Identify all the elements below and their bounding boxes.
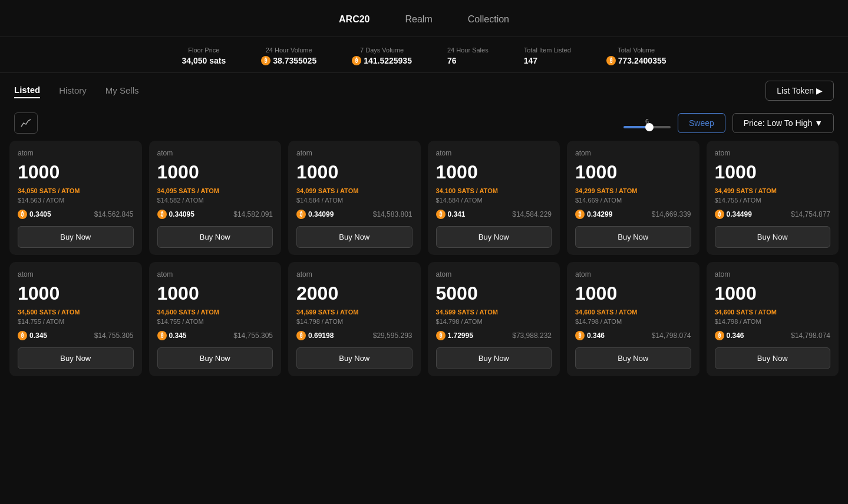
sort-button[interactable]: Price: Low To High ▼ — [732, 113, 834, 133]
buy-now-button[interactable]: Buy Now — [157, 226, 273, 248]
btc-price-value: 0.34095 — [169, 210, 194, 218]
btc-price-value: 1.72995 — [448, 331, 473, 340]
nav-arc20[interactable]: ARC20 — [339, 12, 369, 27]
card-usd-per-atom: $14.584 / ATOM — [296, 197, 413, 204]
card-usd-per-atom: $14.582 / ATOM — [157, 197, 273, 204]
card-usd-per-atom: $14.755 / ATOM — [18, 318, 134, 325]
card-token-name: atom — [296, 149, 413, 157]
card-usd-per-atom: $14.798 / ATOM — [715, 318, 831, 325]
card-usd-per-atom: $14.669 / ATOM — [575, 197, 691, 204]
btc-icon-total: ₿ — [606, 56, 616, 65]
card-usd-per-atom: $14.798 / ATOM — [436, 318, 552, 325]
cards-grid: atom 1000 34,050 SATS / ATOM $14.563 / A… — [0, 141, 848, 386]
btc-price-value: 0.34099 — [308, 210, 334, 218]
nft-card: atom 1000 34,499 SATS / ATOM $14.755 / A… — [707, 141, 839, 255]
card-token-name: atom — [436, 270, 552, 278]
buy-now-button[interactable]: Buy Now — [18, 347, 134, 369]
card-amount: 1000 — [575, 162, 691, 183]
top-navigation: ARC20 Realm Collection — [0, 0, 848, 37]
tab-listed[interactable]: Listed — [14, 82, 40, 98]
buy-now-button[interactable]: Buy Now — [575, 347, 691, 369]
btc-price-value: 0.3405 — [29, 210, 51, 218]
buy-now-button[interactable]: Buy Now — [296, 347, 413, 369]
card-token-name: atom — [436, 149, 552, 157]
chart-toggle-button[interactable] — [14, 112, 38, 134]
card-sats-per-atom: 34,600 SATS / ATOM — [575, 309, 691, 316]
card-usd-per-atom: $14.798 / ATOM — [296, 318, 413, 325]
stat-floor-price: Floor Price 34,050 sats — [182, 47, 226, 65]
total-listed-value: 147 — [524, 56, 571, 65]
card-sats-per-atom: 34,499 SATS / ATOM — [715, 187, 831, 194]
nav-collection[interactable]: Collection — [468, 12, 509, 27]
nft-card: atom 1000 34,600 SATS / ATOM $14.798 / A… — [567, 262, 699, 376]
btc-icon: ₿ — [261, 56, 270, 65]
nft-card: atom 1000 34,095 SATS / ATOM $14.582 / A… — [149, 141, 282, 255]
list-token-button[interactable]: List Token ▶ — [765, 81, 834, 101]
card-price-row: ₿ 0.34095 $14,582.091 — [157, 210, 273, 219]
card-btc-price: ₿ 0.34299 — [575, 210, 612, 219]
card-token-name: atom — [715, 270, 831, 278]
card-price-row: ₿ 1.72995 $73,988.232 — [436, 331, 552, 340]
btc-icon-card: ₿ — [575, 210, 585, 219]
card-sats-per-atom: 34,599 SATS / ATOM — [296, 309, 413, 316]
quantity-slider[interactable] — [623, 126, 671, 128]
card-usd-total: $14,562.845 — [94, 210, 134, 218]
controls-row: 6 Sweep Price: Low To High ▼ — [0, 108, 848, 141]
nft-card: atom 1000 34,500 SATS / ATOM $14.755 / A… — [149, 262, 282, 376]
btc-price-value: 0.69198 — [308, 331, 334, 340]
card-usd-total: $14,755.305 — [233, 331, 273, 340]
24h-sales-label: 24 Hour Sales — [447, 47, 489, 54]
card-usd-total: $14,798.074 — [791, 331, 830, 340]
total-listed-label: Total Item Listed — [524, 47, 571, 54]
btc-price-value: 0.341 — [448, 210, 466, 218]
buy-now-button[interactable]: Buy Now — [715, 347, 831, 369]
buy-now-button[interactable]: Buy Now — [296, 226, 413, 248]
card-sats-per-atom: 34,099 SATS / ATOM — [296, 187, 413, 194]
nft-card: atom 1000 34,600 SATS / ATOM $14.798 / A… — [707, 262, 839, 376]
buy-now-button[interactable]: Buy Now — [715, 226, 831, 248]
btc-icon-card: ₿ — [575, 331, 585, 340]
btc-icon-card: ₿ — [296, 331, 306, 340]
buy-now-button[interactable]: Buy Now — [436, 226, 552, 248]
buy-now-button[interactable]: Buy Now — [436, 347, 552, 369]
buy-now-button[interactable]: Buy Now — [575, 226, 691, 248]
btc-price-value: 0.346 — [727, 331, 744, 340]
tab-my-sells[interactable]: My Sells — [105, 83, 139, 98]
buy-now-button[interactable]: Buy Now — [18, 226, 134, 248]
btc-price-value: 0.346 — [587, 331, 605, 340]
nav-realm[interactable]: Realm — [405, 12, 432, 27]
card-usd-total: $14,798.074 — [652, 331, 691, 340]
btc-icon-card: ₿ — [715, 331, 724, 340]
card-token-name: atom — [157, 149, 273, 157]
card-usd-per-atom: $14.563 / ATOM — [18, 197, 134, 204]
7d-volume-value: ₿ 141.5225935 — [352, 56, 412, 65]
btc-icon-card: ₿ — [18, 210, 27, 219]
sweep-button[interactable]: Sweep — [678, 113, 725, 133]
card-usd-per-atom: $14.755 / ATOM — [157, 318, 273, 325]
card-usd-total: $73,988.232 — [512, 331, 552, 340]
slider-container: 6 — [623, 118, 671, 128]
card-sats-per-atom: 34,299 SATS / ATOM — [575, 187, 691, 194]
card-amount: 1000 — [575, 283, 691, 304]
card-sats-per-atom: 34,500 SATS / ATOM — [18, 309, 134, 316]
card-token-name: atom — [575, 149, 691, 157]
card-sats-per-atom: 34,095 SATS / ATOM — [157, 187, 273, 194]
card-usd-per-atom: $14.798 / ATOM — [575, 318, 691, 325]
card-token-name: atom — [157, 270, 273, 278]
24h-volume-label: 24 Hour Volume — [261, 47, 316, 54]
card-amount: 2000 — [296, 283, 413, 304]
card-sats-per-atom: 34,599 SATS / ATOM — [436, 309, 552, 316]
card-usd-total: $14,583.801 — [373, 210, 413, 218]
btc-price-value: 0.345 — [169, 331, 187, 340]
card-sats-per-atom: 34,600 SATS / ATOM — [715, 309, 831, 316]
card-price-row: ₿ 0.69198 $29,595.293 — [296, 331, 413, 340]
card-price-row: ₿ 0.3405 $14,562.845 — [18, 210, 134, 219]
24h-sales-value: 76 — [447, 56, 489, 65]
tab-history[interactable]: History — [59, 83, 87, 98]
card-amount: 1000 — [18, 283, 134, 304]
card-amount: 1000 — [715, 283, 831, 304]
stat-24h-sales: 24 Hour Sales 76 — [447, 47, 489, 65]
nft-card: atom 2000 34,599 SATS / ATOM $14.798 / A… — [288, 262, 421, 376]
btc-icon-card: ₿ — [18, 331, 27, 340]
buy-now-button[interactable]: Buy Now — [157, 347, 273, 369]
